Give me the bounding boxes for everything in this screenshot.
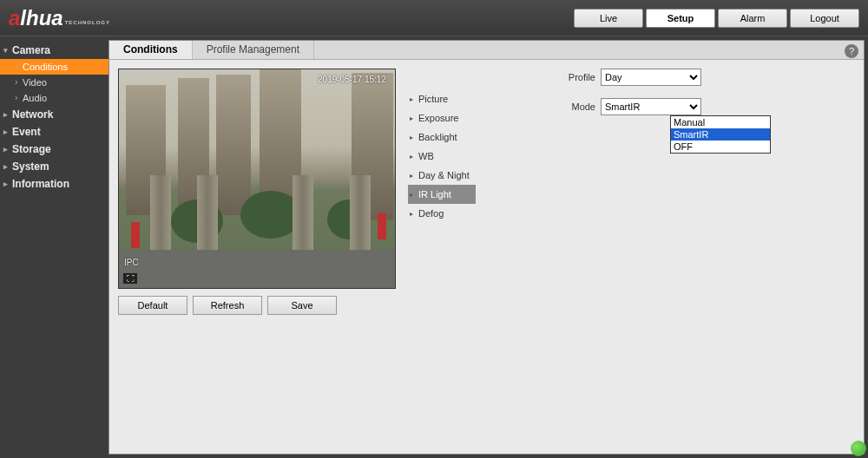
preview-badge: IPC	[124, 258, 139, 267]
preview-timestamp: 2019-05-17 15:12	[318, 75, 386, 84]
logout-button[interactable]: Logout	[790, 9, 859, 28]
refresh-button[interactable]: Refresh	[193, 296, 262, 315]
live-button[interactable]: Live	[574, 9, 643, 28]
brand-logo: alhua TECHNOLOGY	[9, 6, 110, 30]
preview-area: 2019-05-17 15:12 IPC ⛶ Default Refresh S…	[118, 69, 396, 315]
default-button[interactable]: Default	[118, 296, 187, 315]
mode-option-smartir[interactable]: SmartIR	[671, 128, 770, 141]
profile-label: Profile	[557, 72, 595, 82]
mode-option-manual[interactable]: Manual	[671, 116, 770, 128]
config-pane: Profile Day Mode SmartIR Manual SmartIR …	[488, 69, 855, 315]
sidebar-item-video[interactable]: Video	[0, 75, 108, 90]
sidebar-cat-event[interactable]: Event	[0, 123, 108, 141]
sidebar-item-audio[interactable]: Audio	[0, 90, 108, 106]
top-nav: Live Setup Alarm Logout	[574, 9, 859, 28]
mode-option-off[interactable]: OFF	[671, 141, 770, 153]
sidebar-cat-system[interactable]: System	[0, 158, 108, 175]
help-icon[interactable]: ?	[845, 44, 858, 58]
camera-preview: 2019-05-17 15:12 IPC ⛶	[118, 69, 396, 289]
tab-conditions[interactable]: Conditions	[109, 41, 193, 59]
mode-dropdown-open: Manual SmartIR OFF	[670, 115, 771, 154]
header: alhua TECHNOLOGY Live Setup Alarm Logout	[0, 0, 868, 36]
sidebar-cat-camera[interactable]: Camera	[0, 42, 108, 59]
mode-select[interactable]: SmartIR	[601, 98, 701, 115]
sidebar: Camera Conditions Video Audio Network Ev…	[0, 36, 108, 458]
logo-sub: TECHNOLOGY	[65, 20, 110, 25]
settings-item-picture[interactable]: Picture	[408, 89, 476, 108]
settings-item-exposure[interactable]: Exposure	[408, 108, 476, 128]
logo-letter: a	[9, 6, 20, 30]
fullscreen-icon[interactable]: ⛶	[122, 272, 138, 285]
setup-button[interactable]: Setup	[646, 9, 715, 28]
sidebar-cat-storage[interactable]: Storage	[0, 141, 108, 158]
settings-list: Picture Exposure Backlight WB Day & Nigh…	[408, 69, 476, 315]
sidebar-item-conditions[interactable]: Conditions	[0, 59, 108, 75]
tabs: Conditions Profile Management	[109, 41, 864, 60]
settings-item-backlight[interactable]: Backlight	[408, 128, 476, 147]
sidebar-cat-information[interactable]: Information	[0, 175, 108, 193]
settings-item-defog[interactable]: Defog	[408, 204, 476, 223]
settings-item-daynight[interactable]: Day & Night	[408, 166, 476, 185]
profile-select[interactable]: Day	[601, 69, 701, 86]
alarm-button[interactable]: Alarm	[718, 9, 787, 28]
status-dot-icon	[851, 441, 866, 456]
mode-label: Mode	[557, 101, 595, 112]
main-panel: ? Conditions Profile Management 2019-05-…	[108, 40, 865, 455]
sidebar-cat-network[interactable]: Network	[0, 106, 108, 123]
tab-profile-management[interactable]: Profile Management	[193, 41, 314, 59]
settings-item-irlight[interactable]: IR Light	[408, 185, 476, 204]
save-button[interactable]: Save	[267, 296, 337, 315]
settings-item-wb[interactable]: WB	[408, 147, 476, 166]
logo-rest: lhua	[20, 6, 62, 30]
